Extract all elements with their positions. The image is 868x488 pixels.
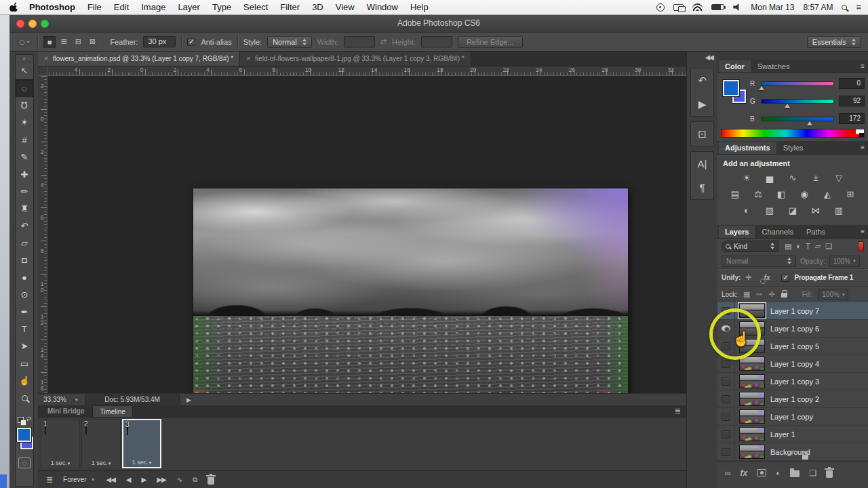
rewind-button[interactable]: ◀◀ xyxy=(106,476,115,483)
color-balance-icon[interactable]: ⚖ xyxy=(750,188,766,200)
menu-select[interactable]: Select xyxy=(237,0,274,15)
lock-all-icon[interactable] xyxy=(781,291,787,299)
layer-visibility-toggle[interactable] xyxy=(717,390,735,407)
close-icon[interactable]: × xyxy=(44,55,48,62)
notification-center-icon[interactable]: ≡ xyxy=(856,2,861,12)
tab-color[interactable]: Color xyxy=(719,60,751,73)
type-tool[interactable]: T xyxy=(16,321,33,338)
new-layer-icon[interactable]: ❏ xyxy=(809,468,816,478)
move-tool[interactable]: ↖ xyxy=(16,62,33,79)
canvas-pasteboard[interactable] xyxy=(47,76,686,393)
filter-toggle-switch[interactable] xyxy=(858,241,864,251)
swap-colors-icon[interactable]: ⇄ xyxy=(26,415,32,422)
path-selection-tool[interactable]: ➤ xyxy=(16,338,33,354)
paragraph-panel-icon[interactable]: ¶ xyxy=(699,182,705,192)
slider-thumb[interactable] xyxy=(759,86,764,90)
screen-record-icon[interactable] xyxy=(656,3,665,12)
eyedropper-tool[interactable]: ✎ xyxy=(16,148,33,165)
channel-slider[interactable] xyxy=(761,117,834,121)
history-panel-icon[interactable]: ↶ xyxy=(698,75,707,85)
character-panel-icon[interactable]: A| xyxy=(698,159,707,169)
hue-saturation-icon[interactable]: ▤ xyxy=(727,188,743,200)
properties-panel-icon[interactable]: ⊡ xyxy=(698,129,707,139)
document-size-info[interactable]: Doc: 5.93M/53.4M xyxy=(85,394,180,405)
healing-brush-tool[interactable]: ✚ xyxy=(16,165,33,182)
status-proxy-icon[interactable]: ◔ xyxy=(73,395,78,405)
tab-adjustments[interactable]: Adjustments xyxy=(719,142,776,154)
layer-filter-select[interactable]: Kind xyxy=(722,241,778,252)
elliptical-marquee-tool[interactable]: ◌ xyxy=(16,79,33,96)
tab-channels[interactable]: Channels xyxy=(755,226,799,238)
exposure-icon[interactable]: ± xyxy=(808,172,824,184)
pen-tool[interactable]: ✒ xyxy=(16,303,33,320)
new-adjustment-layer-icon[interactable]: ◐ xyxy=(776,468,781,478)
rectangle-tool[interactable]: ▭ xyxy=(16,355,33,372)
invert-icon[interactable]: ◐ xyxy=(738,205,755,216)
channel-value-field[interactable]: 0 xyxy=(839,78,865,89)
apple-icon[interactable] xyxy=(9,2,19,12)
layer-row[interactable]: Layer 1 copy xyxy=(717,408,868,426)
spotlight-icon[interactable] xyxy=(842,5,847,10)
layer-row[interactable]: Background xyxy=(717,443,868,461)
selective-color-icon[interactable]: ⋈ xyxy=(808,205,824,216)
swap-dimensions-icon[interactable]: ⇄ xyxy=(380,37,387,46)
collapse-tools-icon[interactable]: » xyxy=(16,55,33,62)
channel-mixer-icon[interactable]: ◭ xyxy=(819,188,835,200)
crop-tool[interactable]: # xyxy=(16,131,33,148)
fill-field[interactable]: 100% ▾ xyxy=(818,289,848,300)
layer-row[interactable]: Layer 1 copy 3 xyxy=(717,373,868,390)
frame-duration[interactable]: 1 sec.▾ xyxy=(41,460,79,466)
brush-tool[interactable]: ✏ xyxy=(16,183,33,200)
brightness-contrast-icon[interactable]: ☀ xyxy=(738,172,755,184)
filter-pixel-layers-icon[interactable]: ▤ xyxy=(785,242,791,251)
document-tab-2[interactable]: × field-of-flowers-wallpaper8-1.jpg @ 33… xyxy=(240,52,471,66)
slider-thumb[interactable] xyxy=(785,104,790,108)
gradient-map-icon[interactable]: ▥ xyxy=(831,205,847,216)
paint-bucket-tool[interactable]: ◘ xyxy=(16,251,33,268)
vibrance-icon[interactable]: ▽ xyxy=(831,172,847,184)
color-lookup-icon[interactable]: ⊞ xyxy=(842,188,859,200)
previous-frame-button[interactable]: ◀ xyxy=(126,476,131,483)
propagate-frame-checkbox[interactable]: ✓ xyxy=(781,274,789,282)
photo-filter-icon[interactable]: ◉ xyxy=(796,188,812,200)
menu-help[interactable]: Help xyxy=(404,0,435,15)
close-icon[interactable]: × xyxy=(246,55,250,62)
play-button[interactable]: ▶ xyxy=(142,476,146,483)
posterize-icon[interactable]: ▨ xyxy=(762,205,778,216)
dodge-tool[interactable]: ⊙ xyxy=(16,286,33,303)
menu-photoshop[interactable]: Photoshop xyxy=(23,0,81,15)
actions-panel-icon[interactable]: ▶ xyxy=(698,99,707,109)
ruler-origin-corner[interactable] xyxy=(38,66,47,76)
delete-frame-button[interactable] xyxy=(208,474,214,485)
menu-3d[interactable]: 3D xyxy=(306,0,330,15)
quick-mask-button[interactable]: ◌ xyxy=(18,458,31,468)
channel-value-field[interactable]: 92 xyxy=(839,96,865,106)
zoom-window-button[interactable] xyxy=(41,20,49,28)
wifi-icon[interactable] xyxy=(692,3,703,11)
add-to-selection-button[interactable]: ⊞ xyxy=(58,36,70,48)
lasso-tool[interactable]: ℧ xyxy=(16,97,33,114)
new-selection-button[interactable]: ■ xyxy=(43,36,56,48)
minimize-window-button[interactable] xyxy=(28,20,37,28)
filter-type-layers-icon[interactable]: T xyxy=(806,242,810,251)
eraser-tool[interactable]: ▱ xyxy=(16,235,33,251)
foreground-color-swatch[interactable] xyxy=(17,428,31,442)
tab-mini-bridge[interactable]: Mini Bridge xyxy=(41,405,91,417)
layer-effects-icon[interactable]: fx xyxy=(741,468,748,478)
tween-button[interactable]: ∿ xyxy=(177,476,182,483)
filter-adjustment-layers-icon[interactable]: ◐ xyxy=(796,242,801,251)
tab-styles[interactable]: Styles xyxy=(777,142,810,154)
tab-layers[interactable]: Layers xyxy=(719,226,755,238)
refine-edge-button[interactable]: Refine Edge... xyxy=(458,36,523,48)
color-spectrum-ramp[interactable] xyxy=(721,129,865,138)
unify-position-icon[interactable]: ✛ xyxy=(745,273,751,282)
lock-pixels-icon[interactable]: ✏ xyxy=(756,290,762,299)
menu-filter[interactable]: Filter xyxy=(274,0,306,15)
tab-swatches[interactable]: Swatches xyxy=(751,60,796,73)
slider-thumb[interactable] xyxy=(807,121,812,125)
zoom-tool[interactable] xyxy=(16,389,33,406)
menu-view[interactable]: View xyxy=(330,0,361,15)
threshold-icon[interactable]: ◪ xyxy=(785,205,801,216)
document-tab-1[interactable]: × flowers_animation.psd @ 33.3% (Layer 1… xyxy=(38,52,240,66)
zoom-level[interactable]: 33.33% xyxy=(43,396,66,403)
